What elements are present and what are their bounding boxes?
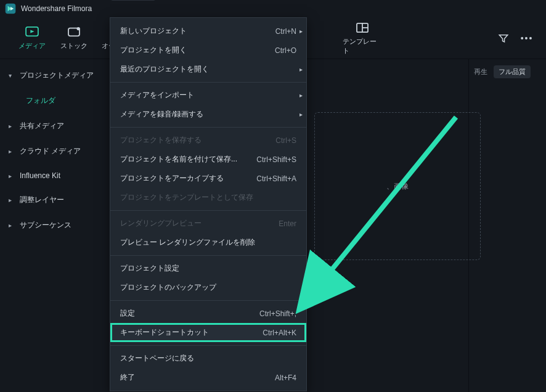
chevron-right-icon: [9, 197, 15, 203]
menu-row-shortcut: Alt+F4: [275, 374, 296, 382]
sidebar-item-project-media[interactable]: プロジェクトメディア: [0, 63, 106, 88]
menu-row-13[interactable]: プレビュー レンダリングファイルを削除: [110, 233, 306, 252]
menu-row-shortcut: Ctrl+N: [275, 27, 296, 36]
menu-separator: [110, 345, 306, 346]
menu-row-21[interactable]: スタートページに戻る: [110, 349, 306, 368]
tab-stock[interactable]: ストック: [54, 25, 94, 51]
menu-tools[interactable]: ツール: [185, 0, 222, 1]
import-dropzone[interactable]: 、画像: [314, 112, 481, 260]
menu-row-shortcut: Ctrl+Shift+S: [256, 155, 296, 164]
submenu-arrow-icon: ▸: [299, 92, 303, 99]
menu-separator: [110, 127, 306, 128]
svg-point-3: [77, 27, 80, 30]
menu-row-10: プロジェクトをテンプレートとして保存: [110, 188, 306, 207]
menu-row-label: プロジェクト設定: [120, 263, 179, 274]
menu-row-16[interactable]: プロジェクトのバックアップ: [110, 278, 306, 297]
submenu-arrow-icon: ▸: [299, 28, 303, 35]
title-bar: Wondershare Filmora ファイル 編集 ツール 表示 ヘルプ: [0, 0, 546, 17]
quality-selector[interactable]: フル品質: [494, 65, 531, 78]
sidebar: プロジェクトメディア フォルダ 共有メディア クラウド メディア Influen…: [0, 59, 106, 392]
menu-row-18[interactable]: 設定Ctrl+Shift+,: [110, 304, 306, 323]
menu-row-12: レンダリングプレビューEnter: [110, 214, 306, 233]
menu-row-label: 設定: [120, 308, 135, 319]
chevron-right-icon: [9, 173, 15, 179]
sidebar-item-shared-media[interactable]: 共有メディア: [0, 113, 106, 139]
menu-row-label: プロジェクトを保存する: [120, 135, 202, 145]
tab-stock-label: ストック: [60, 41, 88, 51]
submenu-arrow-icon: ▸: [299, 111, 303, 118]
tab-media[interactable]: メディア: [12, 25, 52, 51]
menu-row-22[interactable]: 終了Alt+F4: [110, 368, 306, 387]
menu-row-label: プロジェクトを開く: [120, 45, 187, 55]
menu-row-shortcut: Ctrl+O: [275, 46, 296, 55]
menu-row-19[interactable]: キーボードショートカットCtrl+Alt+K: [110, 323, 306, 342]
filter-icon[interactable]: [495, 30, 511, 46]
menu-row-5[interactable]: メディアを録音/録画する▸: [110, 105, 306, 124]
menu-row-label: プロジェクトのバックアップ: [120, 282, 216, 293]
media-icon: [23, 25, 41, 39]
sidebar-item-subsequence[interactable]: サブシーケンス: [0, 213, 106, 238]
menu-separator: [110, 210, 306, 211]
sidebar-item-cloud-media[interactable]: クラウド メディア: [0, 139, 106, 164]
tab-template[interactable]: テンプレート: [343, 21, 382, 55]
menu-row-label: メディアをインポート: [120, 90, 194, 100]
menu-help[interactable]: ヘルプ: [251, 0, 288, 1]
menu-row-label: プロジェクトを名前を付けて保存...: [120, 154, 237, 165]
menu-row-label: スタートページに戻る: [120, 353, 194, 364]
menu-row-label: プレビュー レンダリングファイルを削除: [120, 237, 255, 248]
chevron-right-icon: [9, 148, 15, 155]
menu-row-4[interactable]: メディアをインポート▸: [110, 86, 306, 105]
more-icon[interactable]: •••: [519, 30, 535, 46]
menu-separator: [110, 300, 306, 301]
menu-row-label: メディアを録音/録画する: [120, 109, 203, 120]
menu-row-shortcut: Ctrl+S: [275, 136, 296, 145]
chevron-right-icon: [9, 222, 15, 229]
menu-separator: [110, 255, 306, 256]
menu-row-label: プロジェクトをアーカイブする: [120, 173, 224, 184]
menu-row-2[interactable]: 最近のプロジェクトを開く▸: [110, 60, 306, 79]
menu-row-8[interactable]: プロジェクトを名前を付けて保存...Ctrl+Shift+S: [110, 150, 306, 169]
menu-row-label: 終了: [120, 372, 135, 383]
menu-row-label: レンダリングプレビュー: [120, 218, 202, 229]
menu-row-label: 新しいプロジェクト: [120, 26, 187, 36]
menu-row-label: 最近のプロジェクトを開く: [120, 64, 209, 75]
tab-media-label: メディア: [18, 41, 46, 51]
menu-row-label: プロジェクトをテンプレートとして保存: [120, 192, 253, 203]
menu-row-shortcut: Enter: [279, 219, 296, 228]
menu-row-15[interactable]: プロジェクト設定: [110, 259, 306, 278]
file-menu-panel: 新しいプロジェクトCtrl+N▸プロジェクトを開くCtrl+O最近のプロジェクト…: [110, 17, 307, 391]
sidebar-item-adjustment-layer[interactable]: 調整レイヤー: [0, 187, 106, 213]
menu-row-shortcut: Ctrl+Alt+K: [263, 329, 296, 337]
sidebar-item-influence-kit[interactable]: Influence Kit: [0, 164, 106, 187]
sidebar-item-folder[interactable]: フォルダ: [0, 88, 106, 113]
menu-row-shortcut: Ctrl+Shift+A: [256, 174, 296, 183]
chevron-right-icon: [9, 123, 15, 129]
menu-view[interactable]: 表示: [222, 0, 251, 1]
submenu-arrow-icon: ▸: [299, 66, 303, 73]
template-icon: [354, 21, 371, 35]
menu-file[interactable]: ファイル: [111, 0, 155, 1]
tab-template-label: テンプレート: [343, 37, 382, 55]
play-label[interactable]: 再生: [474, 67, 487, 76]
app-title: Wondershare Filmora: [21, 4, 92, 13]
menu-row-9[interactable]: プロジェクトをアーカイブするCtrl+Shift+A: [110, 169, 306, 188]
menu-edit[interactable]: 編集: [155, 0, 185, 1]
filmora-logo-icon: [5, 3, 16, 14]
chevron-down-icon: [9, 72, 15, 79]
menu-bar: ファイル 編集 ツール 表示 ヘルプ: [111, 0, 288, 1]
stock-icon: [65, 25, 83, 39]
menu-row-0[interactable]: 新しいプロジェクトCtrl+N▸: [110, 22, 306, 41]
menu-row-7: プロジェクトを保存するCtrl+S: [110, 131, 306, 150]
menu-separator: [110, 82, 306, 83]
menu-row-shortcut: Ctrl+Shift+,: [259, 309, 296, 318]
dropzone-text-2: 、画像: [386, 181, 409, 192]
menu-row-1[interactable]: プロジェクトを開くCtrl+O: [110, 41, 306, 60]
menu-row-label: キーボードショートカット: [120, 327, 209, 338]
